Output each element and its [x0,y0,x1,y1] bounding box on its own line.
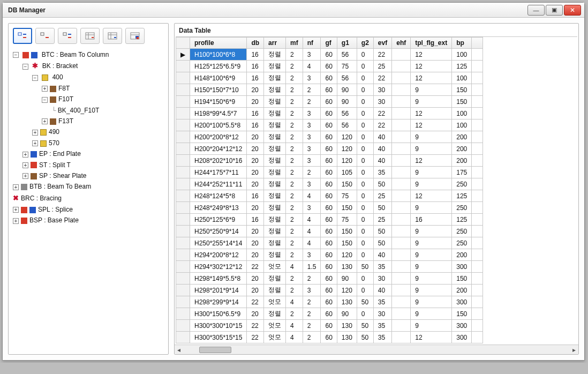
cell-db[interactable]: 16 [247,214,264,226]
expand-icon[interactable]: + [22,173,28,179]
cell-g2[interactable]: 0 [357,72,373,84]
cell-gf[interactable]: 60 [321,72,337,84]
cell-g1[interactable]: 130 [337,296,357,308]
row-selector[interactable] [176,332,190,343]
cell-evf[interactable]: 40 [373,131,391,143]
cell-g1[interactable]: 75 [337,61,357,72]
cell-tpl_flg_ext[interactable]: 12 [411,119,452,131]
cell-db[interactable]: 16 [247,49,264,61]
cell-evf[interactable]: 25 [373,214,391,226]
cell-arr[interactable]: 엇모 [264,296,286,308]
cell-gf[interactable]: 60 [321,226,337,237]
cell-mf[interactable]: 2 [286,155,303,167]
cell-mf[interactable]: 4 [286,320,303,332]
expand-icon[interactable]: + [42,86,48,92]
cell-gf[interactable]: 60 [321,261,337,273]
cell-profile[interactable]: H250*255*14*14 [190,237,247,249]
cell-bp[interactable]: 200 [452,285,472,296]
cell-evf[interactable]: 22 [373,72,391,84]
cell-gf[interactable]: 60 [321,285,337,296]
cell-arr[interactable]: 정렬 [264,108,286,119]
tree-node-490[interactable]: +490 [32,126,164,137]
cell-ehf[interactable] [392,155,411,167]
cell-mf[interactable]: 2 [286,214,303,226]
cell-tpl_flg_ext[interactable]: 9 [411,296,452,308]
cell-bp[interactable]: 250 [452,237,472,249]
cell-arr[interactable]: 정렬 [264,143,286,155]
toolbar-btn-2[interactable] [35,28,55,44]
cell-bp[interactable]: 100 [452,119,472,131]
cell-arr[interactable]: 정렬 [264,249,286,261]
cell-evf[interactable]: 30 [373,84,391,96]
cell-g2[interactable]: 0 [357,84,373,96]
cell-g2[interactable]: 0 [357,308,373,320]
cell-tpl_flg_ext[interactable]: 9 [411,273,452,285]
cell-g2[interactable]: 0 [357,155,373,167]
cell-bp[interactable]: 250 [452,226,472,237]
cell-ehf[interactable] [392,214,411,226]
cell-evf[interactable]: 50 [373,237,391,249]
row-selector[interactable] [176,308,190,320]
cell-g1[interactable]: 56 [337,119,357,131]
cell-db[interactable]: 20 [247,96,264,108]
cell-gf[interactable]: 60 [321,96,337,108]
cell-mf[interactable]: 2 [286,84,303,96]
toolbar-btn-3[interactable] [58,28,77,44]
tree-node-570[interactable]: +570 [32,138,164,148]
cell-gf[interactable]: 60 [321,61,337,72]
cell-g1[interactable]: 56 [337,49,357,61]
cell-evf[interactable]: 35 [373,332,391,343]
toolbar-btn-4[interactable] [80,28,100,44]
cell-arr[interactable]: 정렬 [264,72,286,84]
expand-icon[interactable]: + [42,118,48,124]
cell-db[interactable]: 20 [247,249,264,261]
cell-g1[interactable]: 150 [337,202,357,214]
expand-icon[interactable]: + [13,207,19,213]
cell-ehf[interactable] [392,249,411,261]
cell-arr[interactable]: 정렬 [264,226,286,237]
tree-node-400[interactable]: − 400 +F8T −F10T └ BK_400_F10T [32,72,164,126]
table-row[interactable]: H300*150*6.5*920정렬2260900309150 [176,308,483,320]
toolbar-btn-6[interactable] [125,28,145,44]
cell-ehf[interactable] [392,119,411,131]
row-selector[interactable] [176,296,190,308]
cell-g1[interactable]: 130 [337,320,357,332]
row-selector[interactable] [176,143,190,155]
cell-g1[interactable]: 120 [337,285,357,296]
table-row[interactable]: H298*299*9*1422엇모426013050359300 [176,296,483,308]
cell-bp[interactable]: 150 [452,308,472,320]
cell-nf[interactable]: 4 [303,61,321,72]
cell-ehf[interactable] [392,178,411,190]
cell-db[interactable]: 16 [247,108,264,119]
cell-nf[interactable]: 3 [303,108,321,119]
cell-g2[interactable]: 0 [357,131,373,143]
tree-node-f10t[interactable]: −F10T └ BK_400_F10T [42,94,164,116]
cell-db[interactable]: 20 [247,143,264,155]
cell-ehf[interactable] [392,320,411,332]
cell-db[interactable]: 16 [247,72,264,84]
cell-evf[interactable]: 22 [373,49,391,61]
table-row[interactable]: H250*250*9*1420정렬24601500509250 [176,226,483,237]
cell-arr[interactable]: 정렬 [264,237,286,249]
cell-ehf[interactable] [392,285,411,296]
cell-db[interactable]: 16 [247,61,264,72]
horizontal-scrollbar[interactable]: ◂ ▸ [175,345,578,354]
cell-db[interactable]: 20 [247,202,264,214]
cell-db[interactable]: 22 [247,320,264,332]
cell-mf[interactable]: 4 [286,296,303,308]
data-table[interactable]: profiledbarrmfnfgfg1g2evfehftpl_flg_extb… [176,37,483,343]
row-selector[interactable] [176,273,190,285]
cell-nf[interactable]: 3 [303,72,321,84]
col-g1[interactable]: g1 [337,38,357,49]
cell-db[interactable]: 22 [247,296,264,308]
cell-g1[interactable]: 75 [337,190,357,202]
row-selector[interactable] [176,167,190,178]
tree-node-bsp[interactable]: +BSP : Base Plate [13,215,164,226]
cell-db[interactable]: 20 [247,84,264,96]
cell-arr[interactable]: 정렬 [264,61,286,72]
cell-profile[interactable]: H250*125*6*9 [190,214,247,226]
cell-g2[interactable]: 0 [357,237,373,249]
cell-profile[interactable]: H250*250*9*14 [190,226,247,237]
cell-ehf[interactable] [392,190,411,202]
cell-bp[interactable]: 175 [452,167,472,178]
